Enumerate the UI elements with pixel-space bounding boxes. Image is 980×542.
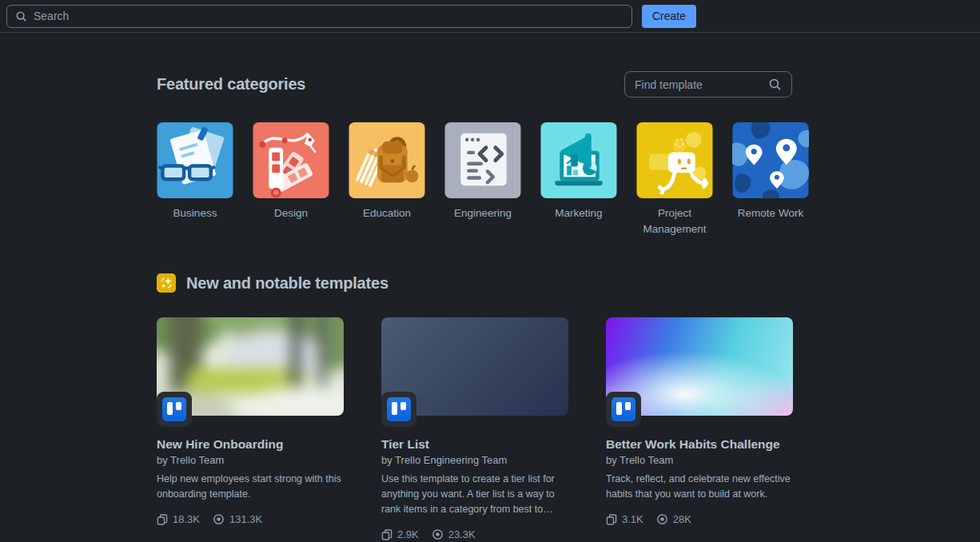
views-stat: 28K: [656, 513, 691, 525]
search-icon: [768, 78, 782, 91]
trello-logo-badge: [157, 392, 192, 427]
template-thumbnail: [157, 317, 344, 416]
create-button[interactable]: Create: [642, 5, 696, 28]
category-design[interactable]: Design: [253, 122, 329, 237]
search-icon: [15, 10, 27, 22]
copies-stat: 2.9K: [381, 528, 419, 540]
featured-categories-title: Featured categories: [157, 75, 305, 94]
template-author: by Trello Team: [606, 454, 793, 466]
copies-stat: 18.3K: [157, 513, 200, 525]
notable-section-header: New and notable templates: [157, 273, 796, 293]
copies-icon: [381, 529, 392, 540]
engineering-illustration: [444, 122, 521, 198]
find-template-input[interactable]: [635, 78, 762, 91]
template-description: Help new employees start strong with thi…: [157, 472, 349, 502]
template-title: Better Work Habits Challenge: [606, 437, 793, 452]
views-icon: [656, 513, 668, 525]
category-label: Education: [349, 205, 425, 221]
views-icon: [213, 513, 225, 525]
marketing-illustration: [540, 122, 617, 198]
template-card-list: New Hire Onboarding by Trello Team Help …: [157, 317, 796, 540]
category-business[interactable]: Business: [157, 122, 233, 237]
trello-logo-badge: [606, 392, 641, 427]
template-stats: 2.9K 23.3K: [381, 528, 568, 540]
template-thumbnail: [381, 317, 568, 416]
category-label: Remote Work: [732, 205, 809, 221]
design-illustration: [253, 122, 329, 198]
notable-section-title: New and notable templates: [186, 274, 388, 293]
template-title: New Hire Onboarding: [157, 437, 344, 452]
template-title: Tier List: [381, 437, 568, 452]
category-engineering[interactable]: Engineering: [444, 122, 521, 237]
views-stat: 131.3K: [213, 513, 262, 525]
views-stat: 23.3K: [432, 528, 476, 540]
remote-work-illustration: [732, 122, 809, 198]
views-icon: [432, 528, 444, 540]
template-card-new-hire-onboarding[interactable]: New Hire Onboarding by Trello Team Help …: [157, 317, 344, 540]
category-label: Project Management: [636, 205, 713, 237]
business-illustration: [157, 122, 233, 198]
template-stats: 18.3K 131.3K: [157, 513, 344, 525]
search-input[interactable]: [34, 10, 623, 22]
trello-logo-icon: [162, 397, 186, 421]
template-author: by Trello Engineering Team: [381, 454, 568, 466]
category-label: Marketing: [540, 205, 617, 221]
copies-stat: 3.1K: [606, 513, 643, 525]
template-description: Track, reflect, and celebrate new effect…: [606, 472, 798, 502]
template-card-tier-list[interactable]: Tier List by Trello Engineering Team Use…: [381, 317, 568, 540]
template-author: by Trello Team: [157, 454, 344, 466]
copies-icon: [606, 514, 617, 525]
category-label: Design: [253, 205, 329, 221]
category-list: Business: [157, 122, 796, 237]
trello-logo-icon: [612, 397, 635, 421]
copies-icon: [157, 514, 168, 525]
trello-logo-badge: [381, 392, 416, 427]
category-label: Business: [157, 205, 233, 221]
category-label: Engineering: [444, 205, 521, 221]
category-education[interactable]: Education: [349, 122, 425, 237]
trello-logo-icon: [387, 397, 411, 421]
top-bar: Create: [0, 0, 980, 33]
category-project-management[interactable]: Project Management: [636, 122, 713, 237]
template-description: Use this template to create a tier list …: [381, 472, 573, 517]
global-search-field[interactable]: [6, 5, 632, 28]
template-card-better-work-habits[interactable]: Better Work Habits Challenge by Trello T…: [606, 317, 793, 540]
template-stats: 3.1K 28K: [606, 513, 793, 525]
education-illustration: [349, 122, 425, 198]
featured-categories-header: Featured categories: [157, 71, 792, 98]
category-remote-work[interactable]: Remote Work: [732, 122, 809, 237]
sparkles-icon: [157, 273, 176, 293]
project-management-illustration: [636, 122, 713, 198]
category-marketing[interactable]: Marketing: [540, 122, 617, 237]
templates-page: Featured categories: [157, 71, 796, 540]
template-thumbnail: [606, 317, 793, 416]
find-template-field[interactable]: [624, 71, 792, 98]
